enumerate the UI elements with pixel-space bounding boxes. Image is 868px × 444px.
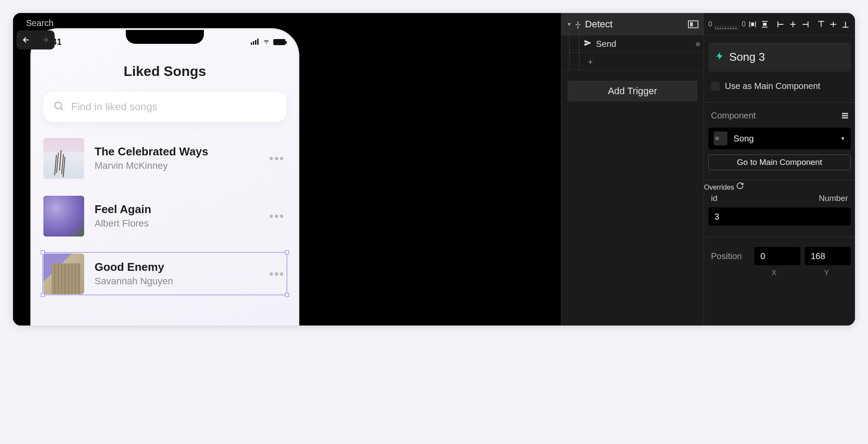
song-text: The Celebrated Ways Marvin McKinney — [95, 145, 269, 171]
tree-add-item[interactable]: ＋ — [561, 53, 704, 70]
position-row: Position 0 168 — [704, 239, 855, 267]
song-row[interactable]: Feel Again Albert Flores ••• — [43, 195, 286, 237]
overrides-section-header: Overrides — [704, 182, 855, 192]
component-header-label: Component — [711, 111, 756, 121]
component-select-value: Song — [734, 134, 834, 144]
song-artist: Marvin McKinney — [95, 160, 269, 171]
override-value: 3 — [714, 212, 719, 222]
back-button[interactable] — [16, 30, 36, 49]
ruler-num-a: 0 — [708, 20, 712, 28]
song-text: Good Enemy Savannah Nguyen — [95, 260, 269, 287]
use-main-label: Use as Main Component — [725, 81, 820, 91]
song-list: The Celebrated Ways Marvin McKinney ••• … — [32, 138, 298, 294]
svg-rect-0 — [251, 43, 252, 45]
song-title: Feel Again — [95, 203, 269, 216]
signal-icon — [251, 37, 259, 47]
svg-rect-2 — [255, 40, 256, 45]
svg-rect-3 — [257, 39, 259, 45]
override-row: id Number — [704, 192, 855, 207]
add-trigger-label: Add Trigger — [608, 86, 657, 97]
tree-indent — [569, 36, 580, 53]
tree-item-send[interactable]: Send — [561, 36, 704, 53]
page-title: Liked Songs — [32, 63, 298, 79]
album-art — [43, 196, 84, 237]
search-label[interactable]: Search — [26, 18, 53, 28]
component-badge[interactable]: Song 3 — [708, 43, 851, 72]
svg-point-4 — [55, 102, 61, 109]
align-center-v-icon[interactable] — [828, 19, 839, 30]
distribute-vertical-icon[interactable] — [760, 19, 770, 30]
song-title: The Celebrated Ways — [95, 145, 269, 158]
search-input[interactable]: Find in liked songs — [43, 92, 286, 122]
phone-notch — [126, 30, 204, 44]
overrides-header-label: Overrides — [704, 184, 734, 191]
use-main-checkbox-row[interactable]: Use as Main Component — [704, 72, 855, 101]
checkbox[interactable] — [711, 82, 720, 91]
position-y-input[interactable]: 168 — [805, 247, 851, 265]
song-row-selected[interactable]: Good Enemy Savannah Nguyen ••• — [43, 253, 286, 294]
section-menu-icon[interactable] — [842, 113, 848, 119]
distribute-group — [747, 19, 770, 30]
song-title: Good Enemy — [95, 260, 269, 274]
album-art — [43, 253, 84, 294]
override-key: id — [711, 194, 717, 203]
chevron-down-icon: ▼ — [840, 135, 845, 141]
position-y-value: 168 — [811, 251, 825, 261]
status-dot-icon — [696, 42, 700, 46]
forward-button[interactable] — [36, 30, 55, 49]
canvas-nav — [16, 30, 55, 49]
phone-mockup: 9:41 Liked Songs Find in liked songs — [30, 28, 299, 326]
position-label: Position — [711, 251, 750, 261]
album-art — [43, 138, 84, 179]
component-section-header: Component — [704, 105, 855, 125]
bolt-icon — [715, 51, 724, 63]
component-thumb-icon — [714, 132, 727, 145]
app-window: Search 9:41 Liked Songs — [13, 13, 855, 326]
panel-layout-icon[interactable] — [688, 20, 698, 28]
search-icon — [53, 100, 64, 113]
x-label: X — [750, 269, 798, 277]
song-text: Feel Again Albert Flores — [95, 203, 269, 229]
align-center-h-icon[interactable] — [788, 19, 798, 30]
component-select[interactable]: Song ▼ — [708, 128, 851, 149]
send-icon — [584, 39, 592, 49]
triggers-panel: ▼ -¦- Detect Send ＋ Add Trigger — [561, 13, 704, 326]
position-x-value: 0 — [760, 251, 765, 261]
align-top-icon[interactable] — [816, 19, 826, 30]
add-trigger-button[interactable]: Add Trigger — [567, 81, 698, 102]
song-row[interactable]: The Celebrated Ways Marvin McKinney ••• — [43, 138, 286, 179]
component-badge-label: Song 3 — [729, 50, 765, 64]
plus-icon: ＋ — [584, 56, 594, 67]
detect-label: Detect — [585, 19, 683, 30]
tree-indent — [569, 53, 580, 70]
goto-main-label: Go to Main Component — [737, 158, 822, 167]
align-v-group — [816, 19, 851, 30]
position-x-input[interactable]: 0 — [754, 247, 800, 265]
ruler-num-b: 0 — [742, 20, 746, 28]
override-value-input[interactable]: 3 — [708, 207, 851, 226]
more-icon[interactable]: ••• — [269, 267, 286, 281]
more-icon[interactable]: ••• — [269, 209, 286, 223]
more-icon[interactable]: ••• — [269, 151, 286, 165]
song-artist: Albert Flores — [95, 218, 269, 229]
ruler-align-row: 0 0 — [704, 13, 855, 36]
align-bottom-icon[interactable] — [840, 19, 851, 30]
align-right-icon[interactable] — [800, 19, 810, 30]
align-left-icon[interactable] — [776, 19, 786, 30]
song-artist: Savannah Nguyen — [95, 276, 269, 287]
svg-rect-1 — [253, 41, 254, 45]
override-type: Number — [819, 194, 848, 203]
detect-header[interactable]: ▼ -¦- Detect — [561, 13, 704, 36]
detect-icon: -¦- — [575, 20, 580, 29]
goto-main-button[interactable]: Go to Main Component — [708, 155, 851, 170]
wifi-icon — [262, 37, 271, 47]
refresh-icon[interactable] — [736, 182, 744, 191]
svg-line-5 — [60, 108, 62, 110]
canvas-area[interactable]: Search 9:41 Liked Songs — [13, 13, 561, 326]
chevron-down-icon[interactable]: ▼ — [567, 21, 572, 27]
svg-rect-11 — [763, 23, 766, 25]
svg-rect-8 — [751, 23, 753, 26]
distribute-horizontal-icon[interactable] — [747, 19, 758, 30]
battery-icon — [273, 39, 285, 45]
y-label: Y — [802, 269, 851, 277]
